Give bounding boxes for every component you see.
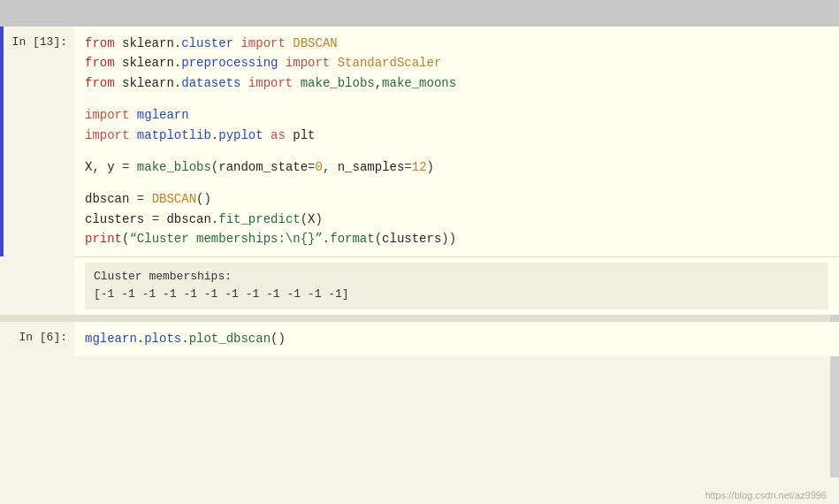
code-line-5: import mglearn bbox=[85, 105, 828, 125]
top-bar bbox=[0, 0, 839, 27]
code-line-8: X, y = make_blobs(random_state=0, n_samp… bbox=[85, 157, 828, 177]
cell-output-main: Cluster memberships: [-1 -1 -1 -1 -1 -1 … bbox=[0, 256, 839, 316]
cell-code-main[interactable]: In [13]: from sklearn.cluster import DBS… bbox=[0, 27, 839, 256]
code-line-12: print(“Cluster memberships:\n{}”.format(… bbox=[85, 229, 828, 248]
cell-code-next[interactable]: In [6]: mglearn.plots.plot_dbscan() bbox=[0, 322, 839, 355]
cell-next-content[interactable]: mglearn.plots.plot_dbscan() bbox=[74, 322, 839, 355]
cell-code-content[interactable]: from sklearn.cluster import DBSCAN from … bbox=[74, 27, 839, 256]
code-line-next-1: mglearn.plots.plot_dbscan() bbox=[85, 329, 828, 348]
output-line-2: [-1 -1 -1 -1 -1 -1 -1 -1 -1 -1 -1 -1] bbox=[94, 286, 820, 304]
cell-output-label bbox=[4, 256, 74, 316]
watermark: https://blog.csdn.net/az9996 bbox=[705, 490, 827, 500]
output-line-1: Cluster memberships: bbox=[94, 268, 820, 286]
cell-output-content: Cluster memberships: [-1 -1 -1 -1 -1 -1 … bbox=[74, 256, 839, 316]
code-line-3: from sklearn.datasets import make_blobs,… bbox=[85, 73, 828, 93]
code-line-1: from sklearn.cluster import DBSCAN bbox=[85, 34, 828, 53]
code-line-11: clusters = dbscan.fit_predict(X) bbox=[85, 210, 828, 229]
code-line-6: import matplotlib.pyplot as plt bbox=[85, 126, 828, 145]
code-line-2: from sklearn.preprocessing import Standa… bbox=[85, 53, 828, 73]
output-text: Cluster memberships: [-1 -1 -1 -1 -1 -1 … bbox=[85, 263, 828, 310]
notebook: In [13]: from sklearn.cluster import DBS… bbox=[0, 0, 839, 504]
code-line-10: dbscan = DBSCAN() bbox=[85, 189, 828, 209]
cell-label-next: In [6]: bbox=[4, 322, 74, 355]
cell-divider bbox=[0, 315, 839, 322]
cell-label-main: In [13]: bbox=[4, 27, 74, 256]
